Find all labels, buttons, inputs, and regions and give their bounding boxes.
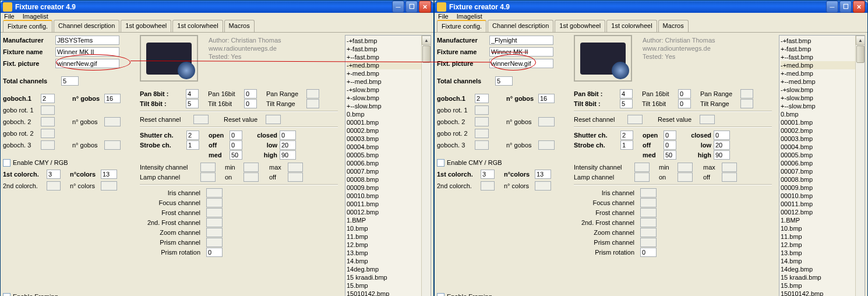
scroll-thumb[interactable] bbox=[422, 45, 431, 63]
total-channels-input[interactable] bbox=[61, 76, 79, 86]
tab-1st-gobowheel[interactable]: 1st gobowheel bbox=[555, 20, 605, 32]
panrange-input[interactable] bbox=[740, 89, 753, 98]
list-item[interactable]: 00012.bmp bbox=[347, 208, 429, 216]
maximize-button[interactable]: ☐ bbox=[405, 1, 418, 13]
list-item[interactable]: 13.bmp bbox=[347, 249, 429, 257]
tab-1st-gobowheel[interactable]: 1st gobowheel bbox=[121, 20, 171, 32]
menu-file[interactable]: File bbox=[438, 13, 449, 20]
list-item[interactable]: 15010142.bmp bbox=[781, 290, 863, 296]
list-item[interactable]: 00005.bmp bbox=[347, 151, 429, 159]
list-item[interactable]: 1.BMP bbox=[347, 216, 429, 224]
list-item[interactable]: 14.bmp bbox=[347, 257, 429, 265]
med-input[interactable] bbox=[230, 150, 242, 160]
tiltrange-input[interactable] bbox=[740, 99, 753, 108]
list-item[interactable]: 00009.bmp bbox=[781, 184, 863, 192]
list-item[interactable]: 00004.bmp bbox=[781, 143, 863, 151]
ncolors1-input[interactable] bbox=[101, 170, 117, 179]
pan8-input[interactable] bbox=[620, 89, 633, 98]
list-item[interactable]: 12.bmp bbox=[781, 241, 863, 249]
list-item[interactable]: -+med.bmp bbox=[781, 61, 863, 69]
reset-channel-input[interactable] bbox=[193, 115, 209, 124]
minimize-button[interactable]: ─ bbox=[826, 1, 838, 13]
focus-input[interactable] bbox=[206, 198, 223, 207]
low-input[interactable] bbox=[280, 140, 296, 150]
scrollbar[interactable]: ▲ ▼ bbox=[421, 36, 431, 296]
tiltrange-input[interactable] bbox=[306, 99, 319, 108]
maximize-button[interactable]: ☐ bbox=[839, 1, 852, 13]
list-item[interactable]: 00002.bmp bbox=[347, 126, 429, 135]
high-input[interactable] bbox=[714, 150, 730, 160]
list-item[interactable]: 00001.bmp bbox=[347, 118, 429, 126]
list-item[interactable]: 11.bmp bbox=[347, 232, 429, 241]
offL-input[interactable] bbox=[288, 172, 303, 182]
minimize-button[interactable]: ─ bbox=[392, 1, 404, 13]
list-item[interactable]: 0.bmp bbox=[781, 110, 863, 118]
list-item[interactable]: 00007.bmp bbox=[347, 167, 429, 175]
scroll-up-button[interactable]: ▲ bbox=[856, 36, 865, 45]
list-item[interactable]: 00002.bmp bbox=[781, 126, 863, 135]
image-list[interactable]: -+fast.bmp+-fast.bmp+--fast.bmp-+med.bmp… bbox=[345, 35, 431, 296]
list-item[interactable]: 00003.bmp bbox=[781, 135, 863, 143]
strobe-input[interactable] bbox=[186, 140, 199, 150]
prism-input[interactable] bbox=[640, 238, 657, 247]
list-item[interactable]: 10.bmp bbox=[781, 224, 863, 232]
pan8-input[interactable] bbox=[186, 89, 199, 98]
goboch2-input[interactable] bbox=[475, 117, 489, 126]
off-input[interactable] bbox=[664, 140, 676, 150]
goboch3-input[interactable] bbox=[475, 140, 489, 150]
enable-framing-checkbox[interactable]: Enable Framing bbox=[3, 291, 137, 296]
list-item[interactable]: 00008.bmp bbox=[781, 175, 863, 184]
ngobos2-input[interactable] bbox=[104, 117, 121, 126]
image-list[interactable]: -+fast.bmp+-fast.bmp+--fast.bmp-+med.bmp… bbox=[779, 35, 865, 296]
tab-macros[interactable]: Macros bbox=[224, 20, 255, 32]
frost2-input[interactable] bbox=[206, 218, 223, 227]
enable-cmy-checkbox[interactable]: Enable CMY / RGB bbox=[437, 157, 571, 168]
prism-input[interactable] bbox=[206, 238, 223, 247]
list-item[interactable]: +-slow.bmp bbox=[347, 94, 429, 102]
scroll-thumb[interactable] bbox=[856, 45, 865, 63]
close-button[interactable]: × bbox=[419, 1, 431, 13]
fixture-name-input[interactable] bbox=[55, 47, 119, 57]
goboch1-input[interactable] bbox=[475, 94, 489, 103]
panrange-input[interactable] bbox=[306, 89, 319, 98]
fixt-picture-input[interactable] bbox=[489, 59, 553, 68]
reset-channel-input[interactable] bbox=[627, 115, 643, 124]
list-item[interactable]: 00010.bmp bbox=[347, 192, 429, 200]
tab-1st-colorwheel[interactable]: 1st colorwheel bbox=[172, 20, 223, 32]
prismrot-input[interactable] bbox=[206, 248, 223, 257]
lamp-input[interactable] bbox=[200, 172, 216, 182]
reset-value-input[interactable] bbox=[266, 115, 281, 124]
goboch1-input[interactable] bbox=[41, 94, 55, 103]
ngobos1-input[interactable] bbox=[104, 94, 121, 103]
ngobos2-input[interactable] bbox=[538, 117, 555, 126]
colorch1-input[interactable] bbox=[481, 170, 495, 179]
scrollbar[interactable]: ▲ ▼ bbox=[855, 36, 865, 296]
list-item[interactable]: 14deg.bmp bbox=[347, 265, 429, 273]
list-item[interactable]: -+med.bmp bbox=[347, 61, 429, 69]
zoom-input[interactable] bbox=[640, 228, 657, 237]
list-item[interactable]: 15.bmp bbox=[781, 281, 863, 290]
reset-value-input[interactable] bbox=[700, 115, 715, 124]
list-item[interactable]: 00007.bmp bbox=[781, 167, 863, 175]
strobe-input[interactable] bbox=[620, 140, 633, 150]
list-item[interactable]: 00001.bmp bbox=[781, 118, 863, 126]
ngobos3-input[interactable] bbox=[104, 140, 121, 150]
lamp-input[interactable] bbox=[634, 172, 650, 182]
list-item[interactable]: 00010.bmp bbox=[781, 192, 863, 200]
min-input[interactable] bbox=[244, 163, 259, 172]
list-item[interactable]: -+slow.bmp bbox=[347, 86, 429, 94]
list-item[interactable]: 00009.bmp bbox=[347, 184, 429, 192]
fixture-name-input[interactable] bbox=[489, 47, 553, 57]
list-item[interactable]: +--slow.bmp bbox=[781, 102, 863, 110]
list-item[interactable]: 00006.bmp bbox=[347, 159, 429, 167]
max-input[interactable] bbox=[288, 163, 303, 172]
colorch1-input[interactable] bbox=[47, 170, 61, 179]
list-item[interactable]: +--fast.bmp bbox=[781, 53, 863, 61]
shutter-input[interactable] bbox=[186, 131, 199, 140]
shutter-input[interactable] bbox=[620, 131, 633, 140]
list-item[interactable]: +-slow.bmp bbox=[781, 94, 863, 102]
enable-cmy-checkbox[interactable]: Enable CMY / RGB bbox=[3, 157, 137, 168]
list-item[interactable]: 0.bmp bbox=[347, 110, 429, 118]
goborot2-input[interactable] bbox=[475, 129, 489, 138]
fixt-picture-input[interactable] bbox=[55, 59, 119, 68]
